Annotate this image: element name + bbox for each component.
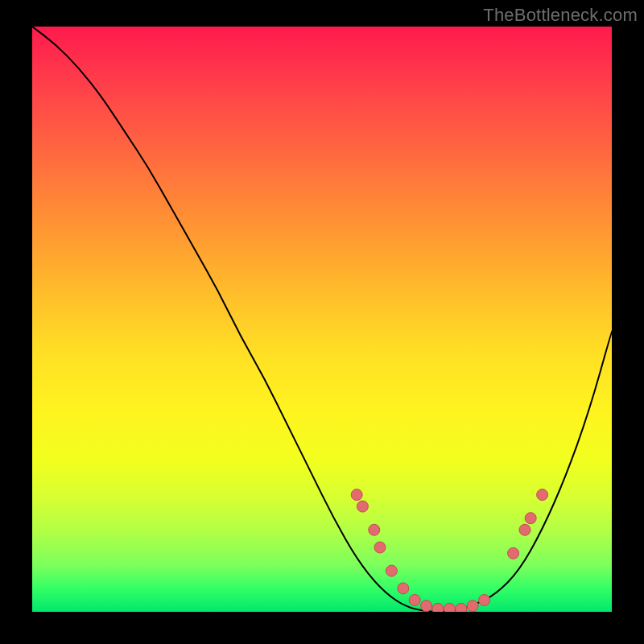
curve-marker — [456, 603, 467, 612]
curve-marker — [421, 601, 432, 612]
curve-marker — [386, 565, 397, 576]
plot-area — [32, 27, 612, 612]
curve-marker — [479, 595, 490, 606]
curve-marker — [467, 601, 478, 612]
curve-marker — [409, 595, 420, 606]
curve-marker — [525, 513, 536, 524]
curve-marker — [351, 489, 362, 501]
chart-frame: TheBottleneck.com — [0, 0, 644, 644]
curve-marker — [519, 524, 530, 535]
curve-marker — [374, 542, 386, 553]
curve-marker — [357, 501, 368, 512]
curve-svg — [32, 27, 612, 612]
curve-marker — [537, 489, 548, 501]
curve-marker — [398, 583, 409, 594]
curve-marker — [432, 603, 444, 612]
marker-group — [351, 489, 547, 612]
curve-marker — [508, 547, 519, 559]
curve-marker — [444, 603, 455, 612]
watermark-text: TheBottleneck.com — [483, 5, 638, 26]
curve-marker — [369, 524, 380, 535]
